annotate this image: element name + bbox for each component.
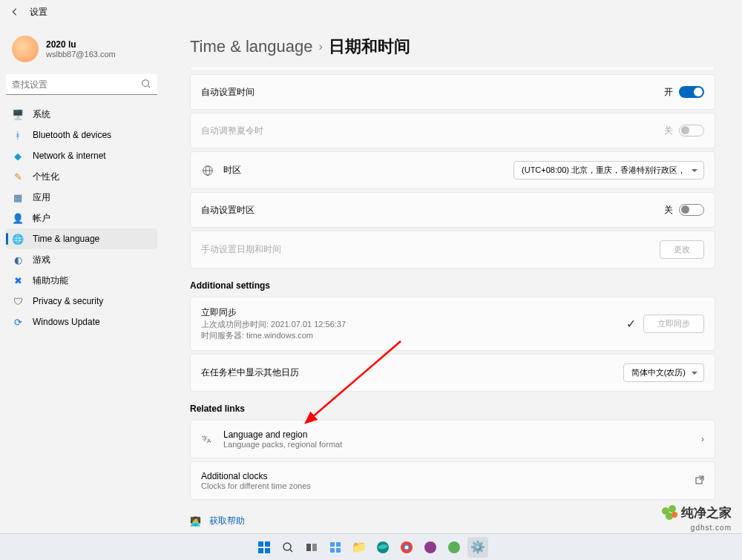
profile-email: wslbb87@163.com <box>46 50 116 59</box>
sidebar-item-5[interactable]: 👤帐户 <box>6 208 157 228</box>
taskbar-start[interactable] <box>254 537 275 558</box>
main-content: Time & language › 日期和时间 自动设置时间 开 自动调整夏令时… <box>163 24 742 560</box>
nav-icon: 🌐 <box>12 233 24 245</box>
nav-label: Privacy & security <box>33 296 103 306</box>
taskbar-search[interactable] <box>278 537 298 558</box>
search-icon <box>141 79 151 92</box>
svg-rect-10 <box>258 541 263 547</box>
open-external-icon <box>695 475 704 487</box>
taskbar-widgets[interactable] <box>325 537 346 558</box>
nav-icon: 🛡 <box>12 295 24 307</box>
sidebar: 2020 lu wslbb87@163.com 🖥️系统ᚼBluetooth &… <box>0 24 163 560</box>
nav-icon: ◐ <box>12 254 24 266</box>
row-taskbar-calendar[interactable]: 在任务栏中显示其他日历 简体中文(农历) <box>190 354 715 392</box>
section-related: Related links <box>190 403 715 414</box>
svg-rect-11 <box>265 541 270 547</box>
change-button: 更改 <box>660 240 704 259</box>
globe-icon <box>201 164 214 177</box>
nav-label: 系统 <box>33 108 50 121</box>
nav-label: Time & language <box>33 234 99 244</box>
profile-name: 2020 lu <box>46 39 116 50</box>
nav-label: Bluetooth & devices <box>33 130 111 140</box>
svg-rect-16 <box>306 544 311 551</box>
sidebar-item-9[interactable]: 🛡Privacy & security <box>6 291 157 312</box>
sidebar-item-4[interactable]: ▦应用 <box>6 187 157 208</box>
nav-label: 帐户 <box>33 212 50 225</box>
nav-icon: ✖ <box>12 274 24 286</box>
watermark: 纯净之家 <box>662 504 732 521</box>
sidebar-item-8[interactable]: ✖辅助功能 <box>6 270 157 291</box>
check-icon: ✓ <box>626 317 636 331</box>
nav-label: 辅助功能 <box>33 274 68 287</box>
row-auto-timezone[interactable]: 自动设置时区 关 <box>190 192 715 228</box>
chevron-right-icon: › <box>319 40 323 53</box>
toggle-dst <box>679 125 704 136</box>
row-timezone[interactable]: 时区 (UTC+08:00) 北京，重庆，香港特别行政区， <box>190 151 715 189</box>
svg-rect-21 <box>336 548 341 553</box>
sidebar-item-10[interactable]: ⟳Windows Update <box>6 312 157 332</box>
window-title: 设置 <box>30 6 47 19</box>
watermark-logo <box>662 505 678 521</box>
svg-rect-17 <box>312 544 317 551</box>
sidebar-item-1[interactable]: ᚼBluetooth & devices <box>6 125 157 145</box>
row-dst: 自动调整夏令时 关 <box>190 113 715 148</box>
breadcrumb-current: 日期和时间 <box>329 36 410 58</box>
taskbar-settings[interactable]: ⚙️ <box>467 537 488 558</box>
sidebar-item-0[interactable]: 🖥️系统 <box>6 104 157 125</box>
nav-icon: ▦ <box>12 191 24 203</box>
link-help[interactable]: 👩‍💻 获取帮助 <box>190 515 715 527</box>
nav-icon: ◆ <box>12 150 24 162</box>
sidebar-item-6[interactable]: 🌐Time & language <box>6 228 157 249</box>
sidebar-item-7[interactable]: ◐游戏 <box>6 249 157 270</box>
taskbar[interactable]: 📁 ⚙️ <box>0 533 742 560</box>
timezone-dropdown[interactable]: (UTC+08:00) 北京，重庆，香港特别行政区， <box>513 161 704 179</box>
calendar-dropdown[interactable]: 简体中文(农历) <box>623 363 704 382</box>
svg-rect-20 <box>330 548 335 553</box>
sidebar-item-2[interactable]: ◆Network & internet <box>6 145 157 166</box>
sync-now-button[interactable]: 立即同步 <box>643 314 704 333</box>
row-auto-time[interactable]: 自动设置时间 开 <box>190 74 715 110</box>
svg-point-25 <box>405 545 409 549</box>
breadcrumb: Time & language › 日期和时间 <box>190 36 715 58</box>
taskbar-app2[interactable] <box>444 537 464 558</box>
nav-icon: 👤 <box>12 212 24 224</box>
toggle-auto-time[interactable] <box>679 86 704 98</box>
svg-point-14 <box>283 543 291 550</box>
help-icon: 👩‍💻 <box>190 516 202 527</box>
taskbar-taskview[interactable] <box>301 537 322 558</box>
search-input[interactable] <box>6 74 157 95</box>
svg-rect-13 <box>265 548 270 553</box>
row-language-region[interactable]: 字A Language and region Language packs, r… <box>190 420 715 458</box>
nav-label: 游戏 <box>33 254 50 266</box>
nav-icon: ✎ <box>12 171 24 182</box>
nav-label: 应用 <box>33 191 50 204</box>
back-button[interactable] <box>7 4 22 19</box>
avatar <box>12 36 39 62</box>
nav-label: Windows Update <box>33 317 100 327</box>
nav-label: Network & internet <box>33 151 106 161</box>
profile[interactable]: 2020 lu wslbb87@163.com <box>6 30 157 68</box>
nav-icon: ᚼ <box>12 129 24 141</box>
breadcrumb-parent[interactable]: Time & language <box>190 37 313 56</box>
svg-rect-19 <box>336 542 341 547</box>
watermark-url: gdhst.com <box>691 524 732 532</box>
chevron-right-icon: › <box>701 434 704 444</box>
nav-icon: ⟳ <box>12 316 24 328</box>
svg-point-27 <box>448 541 460 553</box>
svg-text:A: A <box>207 438 211 444</box>
svg-rect-18 <box>330 542 335 547</box>
taskbar-edge[interactable] <box>372 537 393 558</box>
language-icon: 字A <box>201 432 214 447</box>
toggle-auto-timezone[interactable] <box>679 204 704 216</box>
svg-point-26 <box>424 541 436 553</box>
svg-line-15 <box>290 550 292 552</box>
row-sync-now: 立即同步 上次成功同步时间: 2021.07.01 12:56:37 时间服务器… <box>190 297 715 351</box>
taskbar-app1[interactable] <box>420 537 441 558</box>
nav-label: 个性化 <box>33 171 59 183</box>
row-additional-clocks[interactable]: Additional clocks Clocks for different t… <box>190 461 715 500</box>
taskbar-chrome[interactable] <box>396 537 417 558</box>
sidebar-item-3[interactable]: ✎个性化 <box>6 166 157 187</box>
search-box[interactable] <box>6 74 157 95</box>
nav-icon: 🖥️ <box>12 108 24 120</box>
taskbar-explorer[interactable]: 📁 <box>349 537 370 558</box>
